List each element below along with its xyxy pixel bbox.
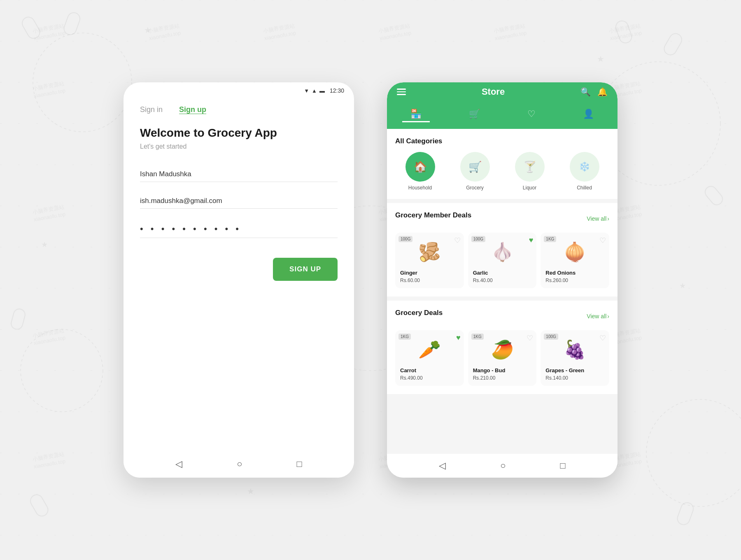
carrot-name: Carrot <box>400 367 459 373</box>
product-red-onions[interactable]: 1KG ♡ 🧅 Red Onions Rs.260.00 <box>541 233 609 288</box>
grocery-deals-header: Grocery Deals View all › <box>395 309 609 324</box>
name-field <box>140 167 338 182</box>
wishlist-tab[interactable]: ♡ <box>519 107 544 122</box>
profile-tab[interactable]: 👤 <box>575 107 602 122</box>
category-grocery-circle: 🛒 <box>460 152 490 182</box>
ginger-emoji: 🫚 <box>418 241 441 263</box>
category-household-label: Household <box>408 185 432 191</box>
grocery-deals-view-all[interactable]: View all › <box>587 313 609 320</box>
signup-button[interactable]: SIGN UP <box>273 258 338 281</box>
ginger-price: Rs.60.00 <box>400 278 459 283</box>
phone-signup: ▼ ▲ ▬ 12:30 Sign in Sign up Welcome to G… <box>124 82 354 478</box>
store-tab[interactable]: 🏪 <box>402 107 430 122</box>
signup-subtitle: Let's get started <box>140 143 338 150</box>
mango-heart[interactable]: ♡ <box>527 334 533 343</box>
auth-links: Sign in Sign up <box>140 105 338 114</box>
carrot-emoji: 🥕 <box>418 339 441 360</box>
ginger-name: Ginger <box>400 270 459 276</box>
status-time: 12:30 <box>330 87 344 94</box>
ginger-heart[interactable]: ♡ <box>454 236 461 245</box>
store-recent-button[interactable]: □ <box>560 460 566 471</box>
carrot-heart[interactable]: ♥ <box>456 334 461 342</box>
garlic-heart[interactable]: ♥ <box>529 236 534 245</box>
category-liquor[interactable]: 🍸 Liquor <box>505 152 555 191</box>
product-carrot[interactable]: 1KG ♥ 🥕 Carrot Rs.490.00 <box>395 330 464 386</box>
store-header: Store 🔍 🔔 🏪 🛒 ♡ 👤 <box>387 82 618 129</box>
product-mango[interactable]: 1KG ♡ 🥭 Mango - Bud Rs.210.00 <box>468 330 537 386</box>
profile-tab-icon: 👤 <box>583 109 594 119</box>
product-ginger[interactable]: 100G ♡ 🫚 Ginger Rs.60.00 <box>395 233 464 288</box>
onion-heart[interactable]: ♡ <box>599 236 606 245</box>
wishlist-tab-icon: ♡ <box>527 109 536 119</box>
garlic-badge: 100G <box>471 236 485 242</box>
category-chilled-circle: ❄️ <box>570 152 599 182</box>
wifi-icon: ▼ <box>304 88 309 94</box>
grocery-icon: 🛒 <box>468 161 482 173</box>
carrot-badge: 1KG <box>398 334 411 340</box>
signal-icon: ▲ <box>312 88 317 94</box>
hamburger-menu[interactable] <box>397 89 406 95</box>
back-button[interactable]: ◁ <box>175 459 182 469</box>
bell-icon[interactable]: 🔔 <box>597 87 608 97</box>
member-deals-products: 100G ♡ 🫚 Ginger Rs.60.00 100G ♥ 🧄 <box>395 233 609 288</box>
product-garlic[interactable]: 100G ♥ 🧄 Garlic Rs.40.00 <box>468 233 537 288</box>
mango-price: Rs.210.00 <box>473 375 532 381</box>
grocery-deals-title: Grocery Deals <box>395 309 443 317</box>
member-deals-title: Grocery Member Deals <box>395 211 471 219</box>
password-field: • • • • • • • • • • <box>140 220 338 238</box>
home-button[interactable]: ○ <box>237 459 242 469</box>
password-input[interactable]: • • • • • • • • • • <box>140 220 338 238</box>
liquor-icon: 🍸 <box>523 161 536 173</box>
phone-store: Store 🔍 🔔 🏪 🛒 ♡ 👤 <box>387 82 618 478</box>
store-back-button[interactable]: ◁ <box>439 460 446 471</box>
signin-link[interactable]: Sign in <box>140 105 163 114</box>
cart-tab[interactable]: 🛒 <box>461 107 488 122</box>
search-icon[interactable]: 🔍 <box>580 87 591 97</box>
name-input[interactable] <box>140 167 338 182</box>
member-deals-view-all[interactable]: View all › <box>587 215 609 222</box>
store-title: Store <box>482 86 505 97</box>
store-right-icons: 🔍 🔔 <box>580 87 608 97</box>
ginger-badge: 100G <box>398 236 412 242</box>
categories-section: All Categories 🏠 Household 🛒 Grocery <box>387 129 618 199</box>
household-icon: 🏠 <box>414 161 427 173</box>
grocery-deals-products: 1KG ♥ 🥕 Carrot Rs.490.00 1KG ♡ 🥭 <box>395 330 609 386</box>
garlic-price: Rs.40.00 <box>473 278 532 283</box>
onion-name: Red Onions <box>545 270 604 276</box>
phone-store-nav-bar: ◁ ○ □ <box>387 454 618 478</box>
category-chilled[interactable]: ❄️ Chilled <box>559 152 609 191</box>
grapes-badge: 100G <box>544 334 558 340</box>
garlic-emoji: 🧄 <box>491 241 514 263</box>
grapes-emoji: 🍇 <box>564 339 586 360</box>
grapes-name: Grapes - Green <box>545 367 604 373</box>
product-grapes[interactable]: 100G ♡ 🍇 Grapes - Green Rs.140.00 <box>541 330 609 386</box>
store-home-button[interactable]: ○ <box>500 460 506 471</box>
category-grocery[interactable]: 🛒 Grocery <box>450 152 500 191</box>
categories-grid: 🏠 Household 🛒 Grocery 🍸 <box>395 152 609 191</box>
grocery-deals-section: Grocery Deals View all › 1KG ♥ 🥕 Carrot <box>387 301 618 394</box>
member-deals-section: Grocery Member Deals View all › 100G ♡ 🫚… <box>387 203 618 296</box>
store-top-bar: Store 🔍 🔔 <box>387 82 618 103</box>
category-chilled-label: Chilled <box>577 185 592 191</box>
store-bottom-nav: 🏪 🛒 ♡ 👤 <box>387 103 618 129</box>
email-field <box>140 194 338 209</box>
status-bar: ▼ ▲ ▬ 12:30 <box>124 82 354 97</box>
mango-name: Mango - Bud <box>473 367 532 373</box>
category-liquor-circle: 🍸 <box>515 152 545 182</box>
onion-badge: 1KG <box>544 236 556 242</box>
mango-badge: 1KG <box>471 334 484 340</box>
category-household[interactable]: 🏠 Household <box>395 152 445 191</box>
store-body: All Categories 🏠 Household 🛒 Grocery <box>387 129 618 454</box>
categories-title: All Categories <box>395 137 609 145</box>
signup-link[interactable]: Sign up <box>179 105 206 114</box>
cart-tab-icon: 🛒 <box>469 109 480 119</box>
category-liquor-label: Liquor <box>523 185 536 191</box>
email-input[interactable] <box>140 194 338 209</box>
status-icons: ▼ ▲ ▬ 12:30 <box>304 87 344 94</box>
onion-price: Rs.260.00 <box>545 278 604 283</box>
recent-button[interactable]: □ <box>297 459 302 469</box>
battery-icon: ▬ <box>319 88 325 94</box>
store-tab-icon: 🏪 <box>410 109 422 119</box>
onion-emoji: 🧅 <box>564 241 586 263</box>
grapes-heart[interactable]: ♡ <box>599 334 606 343</box>
